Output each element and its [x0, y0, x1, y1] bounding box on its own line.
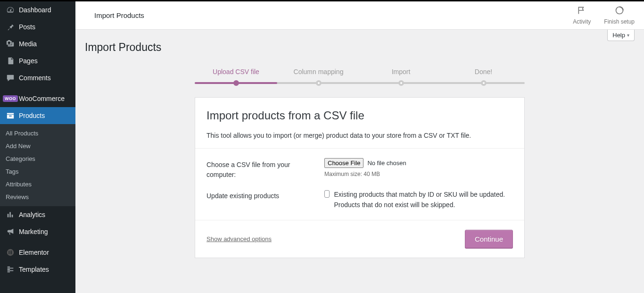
woo-badge: WOO: [3, 95, 18, 102]
megaphone-icon: [6, 227, 15, 236]
analytics-icon: [6, 210, 15, 219]
card-description: This tool allows you to import (or merge…: [206, 131, 513, 141]
sidebar-item-elementor[interactable]: Elementor: [0, 244, 75, 261]
update-existing-checkbox[interactable]: [324, 190, 330, 198]
update-existing-label: Update existing products: [206, 189, 301, 201]
choose-file-button[interactable]: Choose File: [324, 158, 363, 168]
card-title: Import products from a CSV file: [206, 109, 513, 122]
dashboard-icon: [6, 5, 15, 15]
step-column-mapping: Column mapping: [277, 68, 360, 88]
file-field-label: Choose a CSV file from your computer:: [206, 158, 301, 180]
woocommerce-icon: WOO: [6, 94, 15, 103]
templates-icon: [6, 265, 15, 274]
sidebar-item-label: Elementor: [19, 249, 49, 256]
continue-button[interactable]: Continue: [465, 230, 513, 248]
pin-icon: [6, 22, 15, 32]
svg-rect-3: [10, 252, 12, 253]
flag-icon: [577, 6, 586, 17]
step-label: Column mapping: [294, 68, 344, 75]
pages-icon: [6, 56, 15, 66]
sidebar-item-marketing[interactable]: Marketing: [0, 223, 75, 240]
sidebar-item-label: Templates: [19, 266, 49, 273]
elementor-icon: [6, 248, 15, 257]
import-card: Import products from a CSV file This too…: [195, 97, 525, 258]
svg-rect-1: [8, 251, 9, 254]
sidebar-item-pages[interactable]: Pages: [0, 52, 75, 69]
step-label: Import: [392, 68, 411, 75]
sidebar-item-label: Analytics: [19, 211, 45, 218]
sidebar-item-label: WooCommerce: [19, 95, 65, 102]
step-dot-icon: [316, 80, 322, 86]
progress-circle-icon: [615, 6, 624, 17]
comments-icon: [6, 73, 15, 83]
sidebar-item-comments[interactable]: Comments: [0, 69, 75, 86]
step-upload: Upload CSV file: [195, 68, 277, 88]
admin-sidebar: Dashboard Posts Media Pages Comments: [0, 1, 75, 293]
submenu-add-new[interactable]: Add New: [0, 140, 75, 152]
step-label: Done!: [475, 68, 492, 75]
step-label: Upload CSV file: [213, 68, 259, 75]
sidebar-item-label: Posts: [19, 23, 35, 31]
submenu-reviews[interactable]: Reviews: [0, 191, 75, 203]
topbar-title: Import Products: [94, 11, 144, 19]
sidebar-item-label: Pages: [19, 57, 38, 65]
submenu-categories[interactable]: Categories: [0, 152, 75, 165]
sidebar-item-dashboard[interactable]: Dashboard: [0, 1, 75, 18]
products-submenu: All Products Add New Categories Tags Att…: [0, 124, 75, 206]
sidebar-item-label: Dashboard: [19, 6, 51, 14]
sidebar-item-label: Marketing: [19, 228, 48, 235]
submenu-tags[interactable]: Tags: [0, 165, 75, 178]
sidebar-item-analytics[interactable]: Analytics: [0, 206, 75, 223]
update-existing-description: Existing products that match by ID or SK…: [334, 189, 513, 210]
import-stepper: Upload CSV file Column mapping Import Do…: [195, 68, 525, 88]
max-size-hint: Maximum size: 40 MB: [324, 171, 513, 177]
step-dot-icon: [481, 80, 487, 86]
page-title: Import Products: [85, 41, 635, 54]
sidebar-item-templates[interactable]: Templates: [0, 261, 75, 278]
submenu-all-products[interactable]: All Products: [0, 127, 75, 140]
show-advanced-options-link[interactable]: Show advanced options: [206, 235, 272, 243]
file-chosen-status: No file chosen: [367, 159, 406, 167]
step-import: Import: [360, 68, 442, 88]
sidebar-item-label: Media: [19, 40, 37, 48]
submenu-attributes[interactable]: Attributes: [0, 178, 75, 191]
sidebar-item-products[interactable]: Products: [0, 107, 75, 124]
help-label: Help: [612, 32, 625, 39]
sidebar-item-label: Comments: [19, 74, 51, 82]
products-icon: [6, 111, 15, 120]
svg-rect-2: [10, 251, 12, 251]
sidebar-item-woocommerce[interactable]: WOO WooCommerce: [0, 90, 75, 107]
svg-rect-4: [10, 253, 12, 254]
step-done: Done!: [442, 68, 525, 88]
activity-label: Activity: [573, 18, 591, 25]
help-tab[interactable]: Help: [607, 30, 635, 41]
finish-setup-button[interactable]: Finish setup: [604, 6, 635, 25]
media-icon: [6, 39, 15, 49]
sidebar-item-label: Products: [19, 112, 45, 119]
sidebar-item-posts[interactable]: Posts: [0, 18, 75, 35]
step-dot-icon: [398, 80, 404, 86]
finish-setup-label: Finish setup: [604, 18, 635, 25]
step-dot-icon: [233, 80, 239, 86]
topbar: Import Products Activity Finish setup: [75, 1, 644, 30]
activity-button[interactable]: Activity: [573, 6, 591, 25]
sidebar-item-media[interactable]: Media: [0, 35, 75, 52]
